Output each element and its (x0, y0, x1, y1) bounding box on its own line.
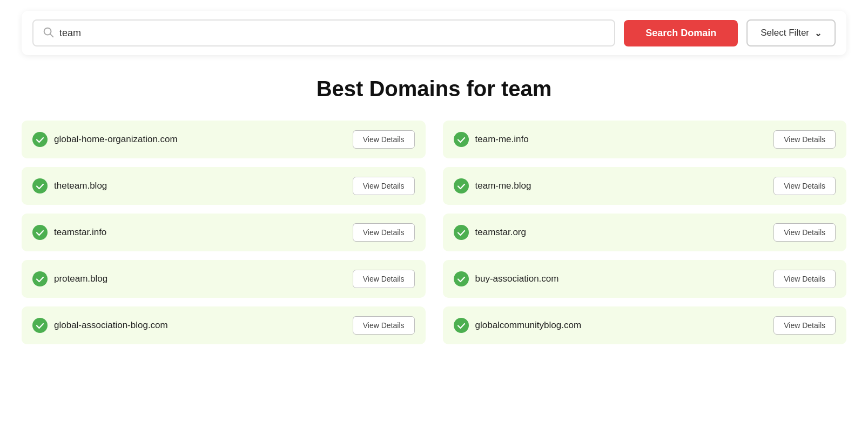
domain-left: global-home-organization.com (32, 132, 178, 147)
view-details-button[interactable]: View Details (353, 316, 415, 335)
chevron-down-icon: ⌄ (815, 28, 822, 38)
svg-point-10 (32, 318, 48, 333)
svg-point-7 (454, 225, 469, 240)
view-details-button[interactable]: View Details (353, 270, 415, 288)
domain-card: proteam.blog View Details (22, 260, 426, 298)
available-check-icon (32, 318, 48, 333)
svg-point-3 (454, 132, 469, 147)
available-check-icon (454, 132, 469, 147)
domain-name: team-me.info (475, 134, 529, 145)
domain-name: teamstar.org (475, 227, 527, 238)
view-details-button[interactable]: View Details (353, 177, 415, 195)
svg-line-1 (50, 34, 53, 37)
domain-name: buy-association.com (475, 273, 559, 284)
domain-card: globalcommunityblog.com View Details (443, 306, 847, 344)
available-check-icon (32, 271, 48, 286)
heading-prefix: Best Domains for (317, 77, 501, 101)
available-check-icon (454, 225, 469, 240)
available-check-icon (454, 178, 469, 194)
domain-name: global-home-organization.com (54, 134, 178, 145)
view-details-button[interactable]: View Details (773, 130, 836, 149)
filter-label: Select Filter (761, 28, 809, 38)
domain-card: team-me.info View Details (443, 121, 847, 158)
view-details-button[interactable]: View Details (773, 270, 836, 288)
view-details-button[interactable]: View Details (773, 177, 836, 195)
available-check-icon (32, 132, 48, 147)
svg-point-2 (32, 132, 48, 147)
svg-point-8 (32, 271, 48, 286)
domain-name: global-association-blog.com (54, 320, 168, 331)
select-filter-button[interactable]: Select Filter ⌄ (746, 19, 836, 46)
domain-name: globalcommunityblog.com (475, 320, 582, 331)
domain-left: team-me.blog (454, 178, 531, 194)
domain-left: buy-association.com (454, 271, 559, 286)
domain-card: teamstar.info View Details (22, 214, 426, 251)
page-heading: Best Domains for team (22, 77, 846, 101)
search-input[interactable] (59, 28, 605, 39)
heading-section: Best Domains for team (22, 77, 846, 101)
search-domain-button[interactable]: Search Domain (624, 20, 738, 46)
svg-point-5 (454, 178, 469, 194)
domain-left: theteam.blog (32, 178, 107, 194)
svg-point-9 (454, 271, 469, 286)
domain-card: team-me.blog View Details (443, 167, 847, 205)
domain-left: proteam.blog (32, 271, 107, 286)
view-details-button[interactable]: View Details (353, 223, 415, 242)
domain-left: team-me.info (454, 132, 529, 147)
domain-card: global-association-blog.com View Details (22, 306, 426, 344)
available-check-icon (454, 318, 469, 333)
view-details-button[interactable]: View Details (353, 130, 415, 149)
top-bar: Search Domain Select Filter ⌄ (22, 11, 846, 55)
domain-left: globalcommunityblog.com (454, 318, 582, 333)
view-details-button[interactable]: View Details (773, 223, 836, 242)
svg-point-6 (32, 225, 48, 240)
domain-name: theteam.blog (54, 181, 107, 191)
svg-point-4 (32, 178, 48, 194)
domain-name: teamstar.info (54, 227, 106, 238)
domain-left: global-association-blog.com (32, 318, 168, 333)
domain-card: global-home-organization.com View Detail… (22, 121, 426, 158)
domain-card: teamstar.org View Details (443, 214, 847, 251)
search-wrapper (32, 19, 615, 46)
domain-name: team-me.blog (475, 181, 531, 191)
domain-card: buy-association.com View Details (443, 260, 847, 298)
domain-card: theteam.blog View Details (22, 167, 426, 205)
domain-name: proteam.blog (54, 273, 107, 284)
available-check-icon (454, 271, 469, 286)
heading-keyword: team (501, 77, 551, 101)
view-details-button[interactable]: View Details (773, 316, 836, 335)
available-check-icon (32, 178, 48, 194)
search-icon (42, 26, 54, 40)
domain-left: teamstar.org (454, 225, 527, 240)
svg-point-11 (454, 318, 469, 333)
results-grid: global-home-organization.com View Detail… (22, 121, 846, 344)
available-check-icon (32, 225, 48, 240)
domain-left: teamstar.info (32, 225, 106, 240)
